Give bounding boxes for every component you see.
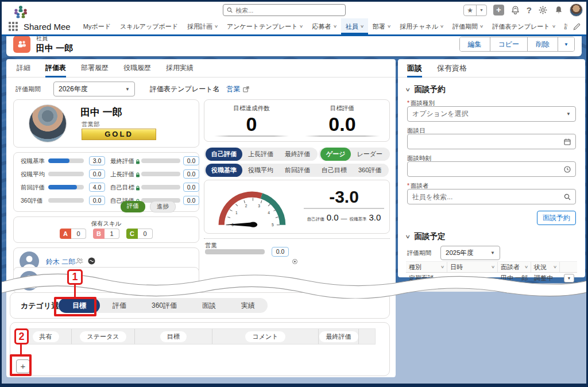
category-tab-eval[interactable]: 評価: [100, 298, 139, 313]
calendar-icon[interactable]: [564, 138, 571, 145]
gauge-delta-value: -3.0: [301, 187, 387, 207]
tab-role-history[interactable]: 役職履歴: [123, 59, 151, 78]
interviewer-search-input[interactable]: [407, 189, 576, 204]
help-icon[interactable]: ?: [527, 5, 532, 15]
launch-icon[interactable]: [243, 86, 249, 92]
selector-manager-eval[interactable]: 上長評価: [242, 148, 279, 161]
skill-count: 0: [71, 229, 86, 239]
tab-evaluation-sheet[interactable]: 評価表: [45, 59, 66, 78]
notifications-bell-icon[interactable]: [554, 5, 563, 15]
selector-role-standard[interactable]: 役職基準: [206, 164, 242, 177]
tab-licenses[interactable]: 保有資格: [437, 59, 467, 78]
period-filter-label: 評価期間: [16, 85, 41, 94]
column-header: 目標: [160, 331, 187, 342]
nav-tab-eval-template[interactable]: 評価表テンプレート∨: [488, 18, 559, 34]
header-icons: ★ ▼ + ?: [463, 3, 583, 17]
metric-value[interactable]: 0.0: [183, 183, 199, 192]
nav-tab-eval-items[interactable]: 評価事項∨: [560, 18, 567, 34]
interview-type-select[interactable]: オプションを選択 ▼: [407, 106, 576, 122]
favorites-button[interactable]: ★ ▼: [463, 5, 487, 16]
global-search[interactable]: [223, 4, 346, 16]
search-icon[interactable]: [564, 194, 571, 200]
favorites-dropdown-icon[interactable]: ▼: [477, 5, 486, 16]
time-input[interactable]: [412, 165, 564, 173]
skill-count: 1: [105, 229, 119, 239]
metric-value[interactable]: 0.0: [89, 169, 105, 179]
global-actions-button[interactable]: +: [493, 5, 504, 16]
record-title: 田中 一郎: [36, 43, 73, 54]
nav-tab-skillboard[interactable]: スキルアップボード: [115, 18, 183, 34]
metric-value[interactable]: 4.0: [89, 183, 105, 192]
template-link[interactable]: 営業: [226, 84, 240, 94]
employee-search-input[interactable]: [412, 193, 564, 201]
nav-tab-recruit-plan[interactable]: 採用計画∨: [183, 18, 222, 34]
column-header: 最終評価: [319, 331, 358, 342]
metric-value[interactable]: 0.0: [183, 196, 199, 205]
nav-tab-departments[interactable]: 部署∨: [368, 18, 395, 34]
global-header: ★ ▼ + ?: [2, 2, 586, 18]
delete-button[interactable]: 削除: [528, 37, 558, 51]
user-avatar[interactable]: [570, 3, 583, 17]
chevron-down-icon: ∨: [299, 24, 303, 29]
book-interview-button[interactable]: 面談予約: [537, 211, 576, 225]
nav-tab-channels[interactable]: 採用チャネル∨: [395, 18, 448, 34]
period-select[interactable]: 2026年度 ▼: [53, 82, 135, 96]
view-radar-button[interactable]: レーダー: [351, 148, 388, 161]
selector-final-eval[interactable]: 最終評価: [279, 148, 316, 161]
nav-tab-survey-template[interactable]: アンケートテンプレート∨: [222, 18, 307, 34]
star-icon[interactable]: ★: [464, 5, 477, 16]
copy-button[interactable]: コピー: [490, 37, 528, 51]
category-tab-360[interactable]: 360評価: [139, 298, 189, 313]
nav-tab-applicants[interactable]: 応募者∨: [308, 18, 341, 34]
column-header: 共有: [33, 331, 59, 342]
metric-value[interactable]: 0.0: [183, 169, 199, 179]
dash: —: [341, 215, 347, 222]
tab-dept-history[interactable]: 部署履歴: [81, 59, 109, 78]
record-more-actions-button[interactable]: ▼: [558, 37, 574, 51]
nav-tab-employees[interactable]: 社員∨: [341, 18, 368, 34]
clock-icon[interactable]: [564, 166, 571, 173]
sidebar-tabs: 面談 保有資格: [398, 59, 585, 78]
category-tab-results[interactable]: 実績: [229, 298, 268, 313]
evaluate-button[interactable]: 評価: [121, 201, 145, 212]
goal-eval-label: 目標評価: [296, 105, 388, 113]
schedule-period-select[interactable]: 2025年度 ▼: [440, 246, 500, 260]
nav-tab-eval-period[interactable]: 評価期間∨: [448, 18, 488, 34]
sales-bar-label: 営業: [205, 242, 217, 250]
selector-role-average[interactable]: 役職平均: [242, 164, 279, 177]
nav-tab-myboard[interactable]: Myボード: [79, 18, 115, 34]
date-input[interactable]: [412, 138, 564, 146]
setup-gear-icon[interactable]: [538, 5, 548, 15]
sales-bar-value[interactable]: 0.0: [272, 247, 289, 257]
edit-button[interactable]: 編集: [460, 37, 490, 51]
tab-detail[interactable]: 詳細: [17, 59, 30, 78]
tab-recruit-results[interactable]: 採用実績: [166, 59, 194, 78]
interview-time-input[interactable]: [407, 161, 576, 177]
selector-self-goal[interactable]: 自己目標: [316, 164, 353, 177]
edit-nav-pencil-icon[interactable]: [573, 23, 581, 30]
metric-value[interactable]: 3.0: [89, 156, 105, 165]
selector-previous-eval[interactable]: 前回評価: [279, 164, 316, 177]
column-header: ステータス: [80, 331, 126, 342]
tab-interview[interactable]: 面談: [407, 59, 422, 78]
metric-bar: [48, 158, 84, 163]
guidance-icon[interactable]: [510, 5, 520, 15]
goal-stats-card: 目標達成件数 0 目標評価 0.0: [204, 99, 390, 142]
search-input[interactable]: [235, 7, 342, 14]
category-tab-interview[interactable]: 面談: [189, 298, 229, 313]
metric-value[interactable]: 0.0: [89, 196, 105, 205]
app-name[interactable]: Shared Mee: [24, 22, 71, 32]
selector-self-eval[interactable]: 自己評価: [206, 148, 242, 161]
interview-date-input[interactable]: [407, 134, 576, 149]
schedule-section-header[interactable]: ∨ 面談予定: [406, 231, 446, 242]
app-launcher-icon[interactable]: [9, 22, 18, 31]
selector-360-eval[interactable]: 360評価: [353, 164, 387, 177]
gauge-right-label: 役職基準: [350, 216, 367, 222]
progress-button[interactable]: 進捗: [150, 201, 176, 212]
metric-label: 自己目標: [110, 184, 140, 192]
booking-section-header[interactable]: ∨ 面談予約: [406, 84, 446, 95]
metric-value[interactable]: 0.0: [183, 156, 199, 165]
view-gauge-button[interactable]: ゲージ: [320, 148, 351, 161]
skills-title: 保有スキル: [14, 220, 199, 228]
metric-label: 360評価: [21, 197, 43, 205]
